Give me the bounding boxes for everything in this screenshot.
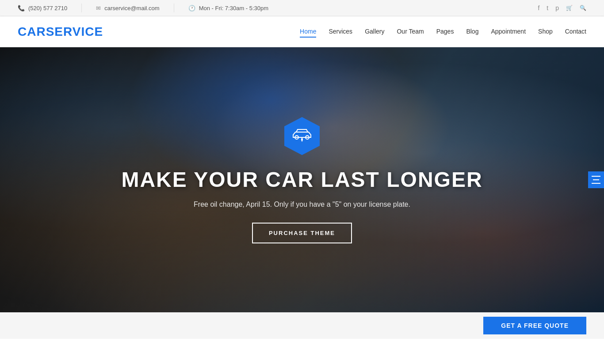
nav-pages[interactable]: Pages: [436, 26, 454, 38]
nav-appointment[interactable]: Appointment: [491, 26, 526, 38]
main-nav: Home Services Gallery Our Team Pages Blo…: [300, 26, 586, 38]
get-quote-button[interactable]: GET A FREE QUOTE: [483, 317, 586, 334]
email-item: ✉ carservice@mail.com: [96, 5, 159, 11]
email-icon: ✉: [96, 5, 101, 11]
business-hours: Mon - Fri: 7:30am - 5:30pm: [199, 5, 269, 11]
top-bar: 📞 (520) 577 2710 ✉ carservice@mail.com 🕐…: [0, 0, 604, 16]
clock-icon: 🕐: [188, 5, 195, 11]
phone-icon: 📞: [18, 5, 25, 11]
widget-line-1: [592, 176, 600, 177]
nav-gallery[interactable]: Gallery: [365, 26, 384, 38]
below-hero-bar: GET A FREE QUOTE: [0, 312, 604, 339]
header: CARSERVICE Home Services Gallery Our Tea…: [0, 16, 604, 47]
purchase-theme-button[interactable]: PURCHASE THEME: [252, 223, 352, 243]
pinterest-icon[interactable]: p: [555, 4, 559, 11]
hexagon-shape: [282, 116, 322, 156]
divider-2: [174, 4, 174, 12]
hours-item: 🕐 Mon - Fri: 7:30am - 5:30pm: [188, 5, 269, 11]
hero-title: MAKE YOUR CAR LAST LONGER: [121, 168, 482, 192]
cart-icon[interactable]: 🛒: [566, 5, 573, 11]
divider-1: [81, 4, 82, 12]
phone-item: 📞 (520) 577 2710: [18, 5, 67, 11]
svg-marker-0: [284, 117, 320, 155]
email-address: carservice@mail.com: [104, 5, 159, 11]
top-bar-social: f t p 🛒 🔍: [538, 4, 586, 11]
phone-number: (520) 577 2710: [28, 5, 67, 11]
widget-line-3: [592, 183, 600, 184]
nav-home[interactable]: Home: [300, 26, 316, 38]
nav-services[interactable]: Services: [329, 26, 352, 38]
widget-line-2: [593, 179, 599, 180]
search-icon[interactable]: 🔍: [580, 5, 586, 11]
facebook-icon[interactable]: f: [538, 4, 539, 11]
hero-subtitle: Free oil change, April 15. Only if you h…: [194, 201, 410, 209]
hex-icon-container: [282, 116, 322, 156]
logo[interactable]: CARSERVICE: [18, 25, 103, 39]
twitter-icon[interactable]: t: [547, 4, 548, 11]
nav-contact[interactable]: Contact: [565, 26, 586, 38]
hero-content: MAKE YOUR CAR LAST LONGER Free oil chang…: [121, 116, 482, 243]
top-bar-left: 📞 (520) 577 2710 ✉ carservice@mail.com 🕐…: [18, 4, 268, 12]
nav-our-team[interactable]: Our Team: [397, 26, 424, 38]
nav-blog[interactable]: Blog: [466, 26, 478, 38]
side-widget[interactable]: [588, 171, 604, 188]
nav-shop[interactable]: Shop: [538, 26, 553, 38]
hero-section: MAKE YOUR CAR LAST LONGER Free oil chang…: [0, 47, 604, 312]
